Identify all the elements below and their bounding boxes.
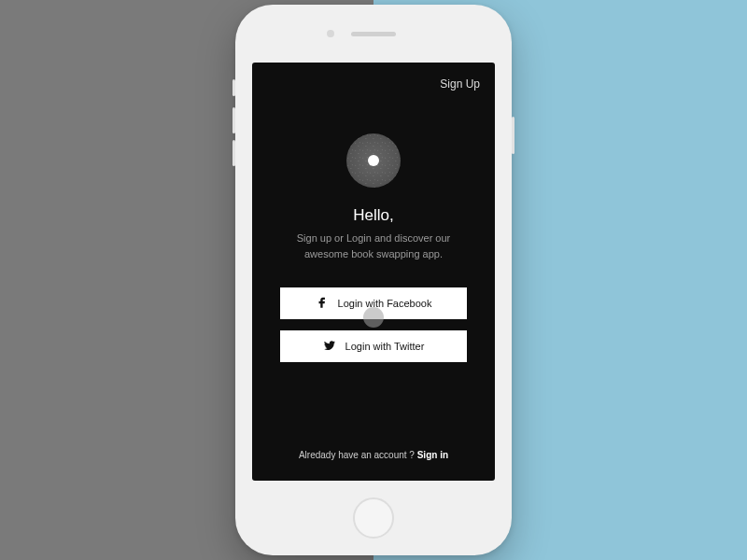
front-camera — [327, 30, 334, 37]
facebook-button-label: Login with Facebook — [338, 298, 432, 309]
subtitle-line-2: awesome book swapping app. — [304, 248, 443, 259]
login-twitter-button[interactable]: Login with Twitter — [280, 330, 467, 362]
subtitle-text: Sign up or Login and discover our awesom… — [252, 231, 495, 261]
power-button — [512, 117, 514, 154]
social-buttons-group: Login with Facebook Login with Twitter — [252, 287, 495, 362]
home-button[interactable] — [353, 497, 394, 539]
phone-frame: Sign Up Hello, Sign up or Login and disc… — [235, 5, 512, 555]
volume-down-button — [233, 140, 235, 166]
phone-screen: Sign Up Hello, Sign up or Login and disc… — [252, 63, 495, 481]
phone-top-bezel — [235, 5, 512, 63]
logo-center-dot — [368, 155, 379, 166]
volume-up-button — [233, 107, 235, 133]
login-facebook-button[interactable]: Login with Facebook — [280, 287, 467, 319]
twitter-icon — [323, 339, 336, 354]
app-logo — [346, 133, 401, 188]
subtitle-line-1: Sign up or Login and discover our — [297, 232, 451, 244]
facebook-icon — [316, 296, 329, 311]
mute-switch — [233, 79, 235, 96]
sign-in-link[interactable]: Sign in — [417, 450, 448, 460]
twitter-button-label: Login with Twitter — [345, 341, 425, 352]
sign-up-link[interactable]: Sign Up — [440, 77, 480, 91]
speaker-grille — [351, 32, 396, 36]
footer-prompt: Alredady have an account ? Sign in — [252, 450, 495, 460]
greeting-title: Hello, — [252, 206, 495, 225]
footer-prompt-text: Alredady have an account ? — [299, 450, 417, 460]
